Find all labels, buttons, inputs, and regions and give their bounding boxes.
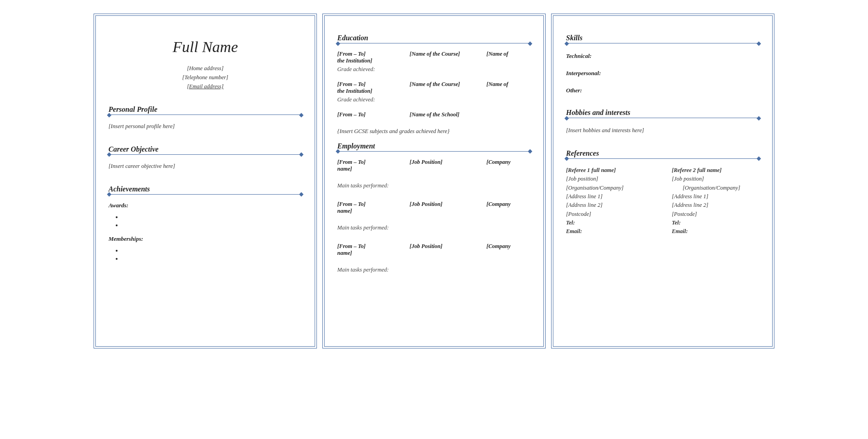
emp-dates: [From – To] — [337, 243, 410, 250]
employment-row: [From – To] [Job Position] [Company — [337, 243, 531, 250]
edu-inst-suffix: the Institution] — [337, 88, 531, 95]
ref2-position: [Job position] — [672, 175, 760, 183]
full-name-heading: Full Name — [108, 38, 302, 56]
ref2-org: [Organisation/Company] — [672, 184, 760, 192]
education-row: [From – To] [Name of the Course] [Name o… — [337, 51, 531, 57]
list-item — [122, 247, 302, 255]
edu-inst-suffix: the Institution] — [337, 57, 531, 64]
ref2-addr1: [Address line 1] — [672, 192, 760, 201]
ref2-tel-label: Tel: — [672, 219, 760, 227]
list-item — [122, 214, 302, 222]
awards-list — [122, 214, 302, 230]
email-address: [Email address] — [108, 82, 302, 91]
ref1-addr2: [Address line 2] — [566, 201, 654, 210]
emp-company-prefix: [Company — [486, 201, 510, 208]
skills-technical-label: Technical: — [566, 52, 760, 60]
emp-position: [Job Position] — [410, 243, 486, 250]
emp-tasks-label: Main tasks performed: — [337, 182, 531, 189]
page-inner: Skills Technical: Interpersonal: Other: … — [553, 15, 773, 347]
home-address: [Home address] — [108, 64, 302, 73]
section-title-career-objective: Career Objective — [108, 145, 302, 153]
referee-2: [Referee 2 full name] [Job position] [Or… — [672, 166, 760, 236]
ref1-name: [Referee 1 full name] — [566, 166, 654, 175]
emp-dates: [From – To] — [337, 201, 410, 208]
section-title-employment: Employment — [337, 142, 531, 150]
emp-position: [Job Position] — [410, 201, 486, 208]
section-divider — [566, 43, 760, 43]
ref2-postcode: [Postcode] — [672, 210, 760, 219]
emp-tasks-label: Main tasks performed: — [337, 267, 531, 273]
edu-dates: [From – To] — [337, 51, 410, 57]
memberships-label: Memberships: — [108, 235, 302, 243]
section-divider — [108, 115, 302, 115]
ref2-email-label: Email: — [672, 227, 760, 236]
section-title-education: Education — [337, 34, 531, 42]
resume-page-3: Skills Technical: Interpersonal: Other: … — [551, 14, 774, 348]
section-divider — [566, 158, 760, 159]
edu-school: [Name of the School] — [410, 111, 486, 118]
list-item — [122, 222, 302, 230]
telephone-number: [Telephone number] — [108, 73, 302, 82]
ref1-postcode: [Postcode] — [566, 210, 654, 219]
ref2-name: [Referee 2 full name] — [672, 166, 760, 175]
awards-label: Awards: — [108, 202, 302, 209]
section-divider — [337, 43, 531, 43]
edu-grade-label: Grade achieved: — [337, 96, 531, 103]
edu-dates: [From – To] — [337, 111, 410, 118]
resume-page-2: Education [From – To] [Name of the Cours… — [322, 14, 546, 348]
section-title-achievements: Achievements — [108, 185, 302, 193]
section-divider — [337, 151, 531, 152]
memberships-list — [122, 247, 302, 263]
emp-dates: [From – To] — [337, 159, 410, 166]
page-inner: Full Name [Home address] [Telephone numb… — [95, 15, 315, 347]
ref1-addr1: [Address line 1] — [566, 192, 654, 201]
section-divider — [108, 194, 302, 195]
emp-company-suffix: name] — [337, 166, 531, 172]
emp-company-prefix: [Company — [486, 159, 510, 166]
ref1-position: [Job position] — [566, 175, 654, 183]
section-title-skills: Skills — [566, 34, 760, 42]
resume-page-1: Full Name [Home address] [Telephone numb… — [94, 14, 317, 348]
emp-position: [Job Position] — [410, 159, 486, 166]
referee-1: [Referee 1 full name] [Job position] [Or… — [566, 166, 654, 236]
ref2-addr2: [Address line 2] — [672, 201, 760, 210]
ref1-tel-label: Tel: — [566, 219, 654, 227]
edu-course: [Name of the Course] — [410, 51, 486, 57]
edu-inst-prefix: [Name of — [486, 51, 508, 57]
emp-tasks-label: Main tasks performed: — [337, 224, 531, 231]
gcse-placeholder: {Insert GCSE subjects and grades achieve… — [337, 127, 531, 136]
references-columns: [Referee 1 full name] [Job position] [Or… — [566, 166, 760, 236]
emp-company-suffix: name] — [337, 250, 531, 257]
education-school-row: [From – To] [Name of the School] — [337, 111, 531, 118]
section-title-references: References — [566, 149, 760, 157]
edu-inst-prefix: [Name of — [486, 81, 508, 88]
edu-grade-label: Grade achieved: — [337, 66, 531, 73]
edu-course: [Name of the Course] — [410, 81, 486, 88]
employment-row: [From – To] [Job Position] [Company — [337, 159, 531, 166]
career-objective-placeholder: [Insert career objective here] — [108, 162, 302, 171]
page-inner: Education [From – To] [Name of the Cours… — [324, 15, 544, 347]
section-divider — [108, 154, 302, 155]
emp-company-suffix: name] — [337, 208, 531, 215]
section-title-personal-profile: Personal Profile — [108, 105, 302, 114]
employment-row: [From – To] [Job Position] [Company — [337, 201, 531, 208]
edu-dates: [From – To] — [337, 81, 410, 88]
section-title-hobbies: Hobbies and interests — [566, 109, 760, 117]
emp-company-prefix: [Company — [486, 243, 510, 250]
hobbies-placeholder: [Insert hobbies and interests here] — [566, 126, 760, 135]
education-row: [From – To] [Name of the Course] [Name o… — [337, 81, 531, 88]
skills-other-label: Other: — [566, 87, 760, 94]
ref1-org: [Organisation/Company] — [566, 184, 654, 192]
personal-profile-placeholder: [Insert personal profile here] — [108, 122, 302, 131]
ref1-email-label: Email: — [566, 227, 654, 236]
skills-interpersonal-label: Interpersonal: — [566, 70, 760, 77]
list-item — [122, 255, 302, 263]
section-divider — [566, 118, 760, 118]
contact-block: [Home address] [Telephone number] [Email… — [108, 64, 302, 91]
